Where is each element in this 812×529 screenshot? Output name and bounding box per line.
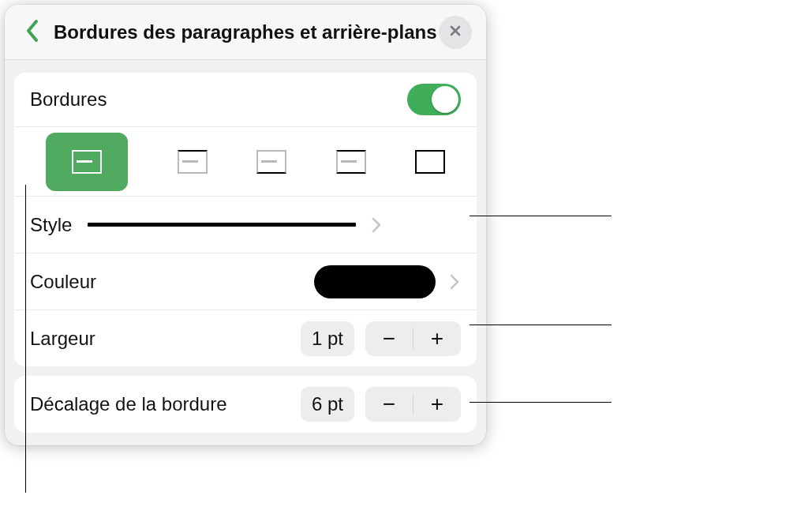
border-top-button[interactable] <box>178 134 208 189</box>
callout-line <box>470 402 612 403</box>
width-increase-button[interactable]: + <box>413 321 461 356</box>
width-decrease-button[interactable]: − <box>365 321 413 356</box>
color-label: Couleur <box>30 271 314 293</box>
chevron-right-icon <box>372 216 383 234</box>
minus-icon: − <box>383 392 395 417</box>
border-bottom-button[interactable] <box>256 134 286 189</box>
callout-line <box>470 216 612 216</box>
color-swatch <box>314 265 436 298</box>
borders-card: Bordures <box>14 73 477 366</box>
offset-decrease-button[interactable]: − <box>365 387 413 422</box>
border-position-row <box>14 126 477 196</box>
close-button[interactable] <box>439 16 472 49</box>
color-row[interactable]: Couleur <box>14 253 477 310</box>
border-box-icon <box>415 150 445 174</box>
border-box-button[interactable] <box>415 134 445 189</box>
plus-icon: + <box>431 326 443 351</box>
offset-increase-button[interactable]: + <box>413 387 461 422</box>
style-label: Style <box>30 214 72 236</box>
plus-icon: + <box>431 392 443 417</box>
border-all-button[interactable] <box>46 133 128 191</box>
border-all-icon <box>72 150 102 174</box>
minus-icon: − <box>383 326 395 351</box>
border-bottom-icon <box>256 150 286 174</box>
borders-toggle-row: Bordures <box>14 73 477 126</box>
borders-panel: Bordures des paragraphes et arrière-plan… <box>5 5 486 445</box>
panel-header: Bordures des paragraphes et arrière-plan… <box>5 5 486 60</box>
borders-toggle[interactable] <box>407 84 461 115</box>
chevron-left-icon <box>25 19 39 46</box>
offset-card: Décalage de la bordure 6 pt − + <box>14 376 477 433</box>
chevron-right-icon <box>450 273 461 291</box>
offset-stepper: − + <box>365 387 461 422</box>
panel-title: Bordures des paragraphes et arrière-plan… <box>54 21 439 43</box>
borders-label: Bordures <box>30 88 407 111</box>
offset-row: Décalage de la bordure 6 pt − + <box>14 376 477 433</box>
offset-value: 6 pt <box>301 387 354 422</box>
callout-line <box>470 325 612 325</box>
offset-label: Décalage de la bordure <box>30 393 301 415</box>
width-row: Largeur 1 pt − + <box>14 310 477 366</box>
width-value: 1 pt <box>301 321 354 356</box>
style-row[interactable]: Style <box>14 196 477 253</box>
callout-line <box>25 185 26 493</box>
style-preview <box>88 223 356 227</box>
width-label: Largeur <box>30 328 301 350</box>
border-top-bottom-icon <box>336 150 366 174</box>
border-top-icon <box>178 150 208 174</box>
close-icon <box>449 24 462 40</box>
back-button[interactable] <box>19 19 46 46</box>
border-top-bottom-button[interactable] <box>336 134 366 189</box>
width-stepper: − + <box>365 321 461 356</box>
